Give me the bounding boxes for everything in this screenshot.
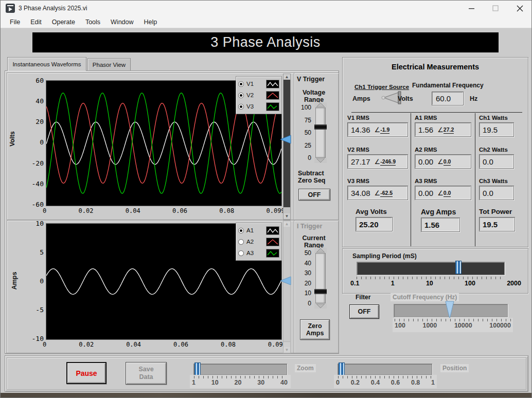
- slider-down-cap[interactable]: [314, 303, 327, 309]
- voltage-range-slider[interactable]: [314, 102, 327, 163]
- measurement-value: 1.56: [424, 221, 439, 229]
- menu-item-window[interactable]: Window: [105, 17, 138, 27]
- plot-sample-icon[interactable]: [266, 238, 279, 246]
- current-range-handle[interactable]: [314, 289, 327, 294]
- legend-label: V2: [246, 92, 254, 98]
- tick-label: 1: [391, 280, 395, 287]
- plot-sample-icon[interactable]: [266, 249, 279, 258]
- tick-label: 0: [43, 207, 46, 214]
- i-trigger-scrollbar: ▲ ▼: [283, 221, 291, 353]
- tick-label: 0: [43, 341, 46, 348]
- measurement-display: 19.5: [479, 217, 515, 231]
- menu-item-file[interactable]: File: [5, 17, 25, 27]
- angle-symbol: ∠: [375, 158, 381, 166]
- slider-track[interactable]: [315, 107, 326, 158]
- tick-label: 100: [395, 322, 405, 329]
- legend-item-a2[interactable]: A2: [238, 236, 279, 247]
- legend-item-a3[interactable]: A3: [238, 247, 279, 259]
- plot-sample-icon[interactable]: [266, 80, 279, 88]
- maximize-button[interactable]: [484, 1, 507, 16]
- plot-visible-radio[interactable]: [238, 93, 244, 98]
- tab-instantaneous-waveforms[interactable]: Instantaneous Waveforms: [7, 57, 86, 71]
- position-slider[interactable]: [338, 364, 432, 375]
- tick-label: 0.02: [79, 341, 94, 348]
- voltage-range-label: Voltage Range: [298, 89, 330, 103]
- tick-label: 20: [235, 379, 242, 386]
- tick-label: -5: [36, 306, 44, 314]
- position-slider-handle[interactable]: [339, 363, 345, 376]
- minimize-icon: [469, 5, 475, 11]
- subtract-zero-seq-button[interactable]: OFF: [298, 189, 330, 201]
- measurement-label: Avg Amps: [411, 207, 475, 218]
- angle-value: -62.5: [380, 190, 393, 197]
- tick-label: 0.1: [350, 280, 359, 287]
- subtract-zero-seq-label: Subtract Zero Seq: [298, 170, 334, 184]
- measurement-label: A3 RMS: [411, 177, 475, 186]
- measurement-value: 1.56: [418, 125, 433, 134]
- plot-visible-radio[interactable]: [238, 104, 244, 110]
- measurement-label: Ch2 Watts: [475, 146, 526, 154]
- plot-sample-icon[interactable]: [266, 91, 279, 100]
- legend-item-a1[interactable]: A1: [238, 225, 279, 236]
- window-title: 3 Phase Analysis 2025.vi: [19, 5, 87, 12]
- pause-button[interactable]: Pause: [66, 362, 107, 384]
- legend-item-v3[interactable]: V3: [238, 101, 279, 112]
- save-data-button[interactable]: Save Data: [126, 362, 167, 385]
- legend-label: V3: [246, 103, 254, 110]
- slider-track[interactable]: [315, 253, 326, 303]
- measurement-cell: A1 RMS1.56∠27.2: [411, 114, 475, 146]
- legend-item-v2[interactable]: V2: [238, 89, 279, 101]
- scroll-up-icon[interactable]: ▲: [283, 74, 290, 80]
- v-trigger-level-marker[interactable]: [280, 135, 291, 144]
- tick-label: 10000: [454, 322, 472, 329]
- menu-item-edit[interactable]: Edit: [25, 17, 47, 27]
- voltage-range-handle[interactable]: [314, 124, 327, 130]
- tick-label: -10: [32, 335, 44, 342]
- menu-item-operate[interactable]: Operate: [47, 17, 80, 27]
- minimize-button[interactable]: [460, 1, 484, 16]
- slider-up-cap[interactable]: [314, 248, 327, 253]
- v-trigger-scrollbar[interactable]: ▲ ▼: [283, 74, 291, 220]
- plot-visible-radio[interactable]: [238, 228, 244, 233]
- cutoff-ticks: [395, 319, 511, 321]
- slider-up-cap[interactable]: [314, 102, 327, 107]
- plot-visible-radio[interactable]: [238, 239, 244, 245]
- plot-sample-icon[interactable]: [266, 102, 279, 111]
- sampling-slider[interactable]: [357, 262, 505, 275]
- tick-label: 0: [336, 379, 340, 386]
- position-label: Position: [440, 364, 469, 372]
- fundamental-frequency-label: Fundamental Frequency: [412, 82, 484, 89]
- zoom-slider[interactable]: [193, 364, 287, 375]
- tick-label: 2000: [507, 280, 521, 287]
- legend-label: V1: [246, 81, 254, 87]
- measurement-label: A1 RMS: [411, 114, 475, 122]
- menu-item-help[interactable]: Help: [139, 17, 163, 27]
- plot-sample-icon[interactable]: [266, 226, 279, 235]
- plot-visible-radio[interactable]: [238, 250, 244, 256]
- waveform-v2: [46, 103, 281, 184]
- sampling-slider-handle[interactable]: [455, 261, 462, 274]
- current-range-slider[interactable]: [314, 248, 327, 309]
- i-trigger-level-marker: [280, 276, 291, 285]
- tab-phasor-view[interactable]: Phasor View: [87, 58, 131, 71]
- measurement-label: V2 RMS: [343, 146, 411, 154]
- filter-off-button[interactable]: OFF: [349, 304, 379, 319]
- slider-down-cap[interactable]: [314, 158, 327, 163]
- zoom-slider-handle[interactable]: [194, 363, 201, 376]
- tick-label: 0: [40, 277, 44, 285]
- angle-value: 27.2: [444, 126, 454, 134]
- divider: [351, 112, 522, 113]
- zoom-label: Zoom: [295, 364, 316, 372]
- legend-item-v1[interactable]: V1: [238, 78, 279, 89]
- tick-label: -20: [32, 159, 44, 167]
- plot-visible-radio[interactable]: [238, 81, 244, 87]
- tick-label: 0.08: [221, 341, 236, 348]
- zero-amps-button[interactable]: Zero Amps: [300, 319, 330, 340]
- close-button[interactable]: [507, 1, 532, 16]
- zero-amps-label: Zero Amps: [305, 322, 325, 337]
- fundamental-frequency-field[interactable]: 60.0: [432, 92, 464, 105]
- scroll-down-icon[interactable]: ▼: [283, 213, 290, 219]
- tick-label: 40: [305, 260, 311, 267]
- menu-item-tools[interactable]: Tools: [80, 17, 105, 27]
- measurement-value: 34.08: [351, 189, 370, 197]
